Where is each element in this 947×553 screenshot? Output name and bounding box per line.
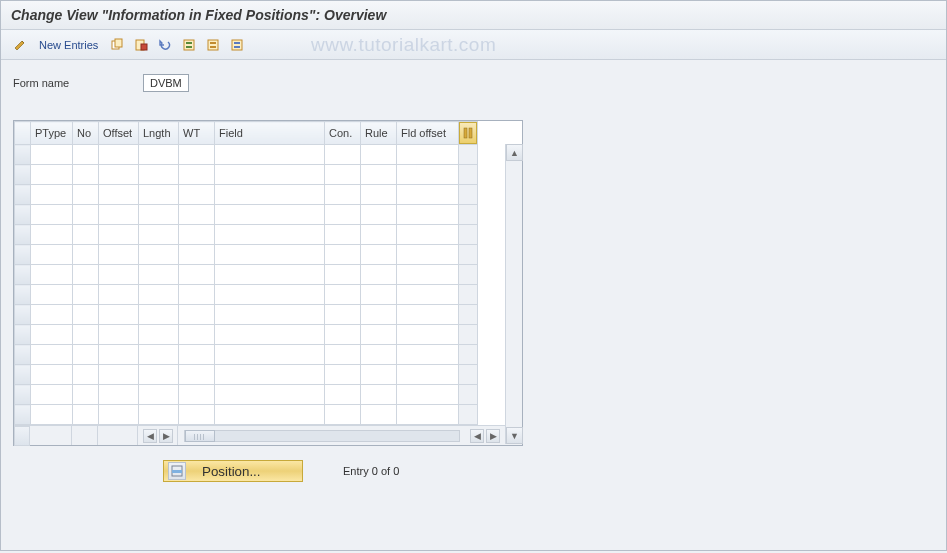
row-selector[interactable]	[15, 145, 31, 165]
toggle-change-icon[interactable]	[9, 34, 31, 56]
cell[interactable]	[73, 165, 99, 185]
cell[interactable]	[215, 305, 325, 325]
table-row[interactable]	[15, 245, 478, 265]
scroll-down-icon[interactable]: ▼	[506, 427, 523, 444]
col-con[interactable]: Con.	[325, 122, 361, 145]
cell[interactable]	[325, 305, 361, 325]
cell[interactable]	[361, 205, 397, 225]
cell[interactable]	[361, 405, 397, 425]
col-ptype[interactable]: PType	[31, 122, 73, 145]
cell[interactable]	[179, 265, 215, 285]
scroll-last-icon[interactable]: ▶	[486, 429, 500, 443]
col-offset[interactable]: Offset	[99, 122, 139, 145]
cell[interactable]	[325, 385, 361, 405]
cell[interactable]	[139, 405, 179, 425]
row-selector[interactable]	[15, 345, 31, 365]
cell[interactable]	[179, 405, 215, 425]
cell[interactable]	[73, 145, 99, 165]
col-fldoffset[interactable]: Fld offset	[397, 122, 459, 145]
position-button[interactable]: Position...	[163, 460, 303, 482]
row-selector[interactable]	[15, 365, 31, 385]
cell[interactable]	[361, 325, 397, 345]
cell[interactable]	[73, 305, 99, 325]
cell[interactable]	[139, 305, 179, 325]
cell[interactable]	[99, 305, 139, 325]
cell[interactable]	[397, 245, 459, 265]
cell[interactable]	[99, 345, 139, 365]
cell[interactable]	[397, 185, 459, 205]
table-row[interactable]	[15, 285, 478, 305]
cell[interactable]	[325, 405, 361, 425]
table-row[interactable]	[15, 185, 478, 205]
new-entries-button[interactable]: New Entries	[33, 37, 104, 53]
cell[interactable]	[139, 165, 179, 185]
cell[interactable]	[31, 265, 73, 285]
cell[interactable]	[73, 325, 99, 345]
table-row[interactable]	[15, 345, 478, 365]
row-selector[interactable]	[15, 165, 31, 185]
cell[interactable]	[73, 345, 99, 365]
row-selector[interactable]	[15, 305, 31, 325]
cell[interactable]	[361, 345, 397, 365]
cell[interactable]	[31, 365, 73, 385]
cell[interactable]	[215, 225, 325, 245]
cell[interactable]	[73, 205, 99, 225]
row-selector[interactable]	[15, 405, 31, 425]
cell[interactable]	[397, 225, 459, 245]
cell[interactable]	[215, 345, 325, 365]
cell[interactable]	[215, 405, 325, 425]
row-selector[interactable]	[15, 265, 31, 285]
cell[interactable]	[179, 185, 215, 205]
cell[interactable]	[99, 205, 139, 225]
col-wt[interactable]: WT	[179, 122, 215, 145]
cell[interactable]	[73, 245, 99, 265]
scroll-left-icon[interactable]: ▶	[159, 429, 173, 443]
cell[interactable]	[139, 145, 179, 165]
cell[interactable]	[99, 165, 139, 185]
table-row[interactable]	[15, 205, 478, 225]
cell[interactable]	[397, 325, 459, 345]
cell[interactable]	[99, 405, 139, 425]
cell[interactable]	[179, 165, 215, 185]
cell[interactable]	[397, 165, 459, 185]
cell[interactable]	[31, 185, 73, 205]
cell[interactable]	[361, 285, 397, 305]
cell[interactable]	[397, 385, 459, 405]
cell[interactable]	[139, 325, 179, 345]
col-no[interactable]: No	[73, 122, 99, 145]
cell[interactable]	[215, 265, 325, 285]
cell[interactable]	[397, 145, 459, 165]
cell[interactable]	[99, 145, 139, 165]
cell[interactable]	[179, 325, 215, 345]
cell[interactable]	[361, 365, 397, 385]
delete-icon[interactable]	[130, 34, 152, 56]
cell[interactable]	[361, 305, 397, 325]
table-row[interactable]	[15, 265, 478, 285]
table-row[interactable]	[15, 165, 478, 185]
cell[interactable]	[397, 365, 459, 385]
cell[interactable]	[361, 245, 397, 265]
cell[interactable]	[179, 385, 215, 405]
cell[interactable]	[31, 165, 73, 185]
cell[interactable]	[325, 245, 361, 265]
cell[interactable]	[179, 365, 215, 385]
cell[interactable]	[99, 325, 139, 345]
cell[interactable]	[215, 365, 325, 385]
cell[interactable]	[179, 305, 215, 325]
cell[interactable]	[397, 265, 459, 285]
row-selector[interactable]	[15, 285, 31, 305]
h-scroll-thumb[interactable]	[185, 430, 215, 442]
cell[interactable]	[73, 285, 99, 305]
scroll-up-icon[interactable]: ▲	[506, 144, 523, 161]
cell[interactable]	[325, 145, 361, 165]
cell[interactable]	[139, 285, 179, 305]
cell[interactable]	[325, 165, 361, 185]
table-row[interactable]	[15, 145, 478, 165]
row-selector[interactable]	[15, 325, 31, 345]
cell[interactable]	[215, 165, 325, 185]
cell[interactable]	[73, 405, 99, 425]
cell[interactable]	[73, 385, 99, 405]
table-row[interactable]	[15, 325, 478, 345]
cell[interactable]	[325, 345, 361, 365]
cell[interactable]	[139, 205, 179, 225]
